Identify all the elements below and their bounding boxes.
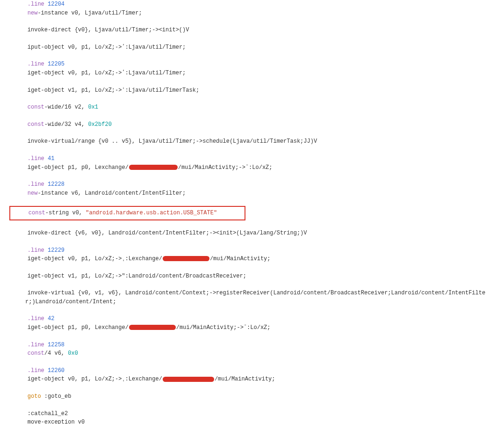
kw-line: .line (28, 315, 44, 322)
code-text: iput-object v0, p1, Lo/xZ;->ʹ:Ljava/util… (28, 44, 186, 51)
num: 12258 (48, 342, 65, 348)
blank-line (14, 263, 490, 272)
code-line: .line 12229 (14, 246, 490, 255)
code-line: iget-object p1, p0, Lexchange//mui/MainA… (14, 163, 490, 172)
code-line: goto :goto_eb (14, 392, 490, 401)
code-line: .line 12228 (14, 180, 490, 189)
code-text: /4 v6, (44, 350, 68, 357)
num: 12205 (48, 61, 65, 67)
kw-line: .line (28, 61, 44, 67)
redaction-bar (129, 165, 178, 170)
kw-line: .line (28, 181, 44, 188)
code-text: /mui/MainActivity; (215, 376, 275, 382)
code-text: iget-object p1, p0, Lexchange/ (28, 164, 129, 171)
code-line: iget-object v0, p1, Lo/xZ;->ʹ:Ljava/util… (14, 69, 490, 78)
code-line: const-wide/32 v4, 0x2bf20 (14, 120, 490, 129)
kw-const: const (28, 350, 44, 357)
code-text: :goto_eb (41, 393, 72, 400)
blank-line (14, 35, 490, 43)
blank-line (14, 172, 490, 180)
blank-line (14, 238, 490, 246)
code-line: iput-object v0, p1, Lo/xZ;->ʹ:Ljava/util… (14, 43, 490, 52)
code-text: move-exception v0 (28, 419, 85, 424)
kw-line: .line (28, 342, 44, 348)
kw-line: .line (28, 155, 44, 162)
blank-line (14, 384, 490, 392)
kw-const: const (28, 121, 44, 128)
kw-new: new (28, 190, 38, 197)
code-line: invoke-virtual/range {v0 .. v5}, Ljava/u… (14, 137, 490, 146)
code-line: invoke-virtual {v0, v1, v6}, Landroid/co… (14, 289, 490, 306)
blank-line (14, 197, 490, 206)
code-block: .line 12204 new-instance v0, Ljava/util/… (0, 0, 490, 424)
blank-line (14, 78, 490, 86)
num: 12260 (48, 367, 65, 374)
num: 0x1 (88, 104, 98, 110)
code-text: -wide/32 v4, (44, 121, 88, 128)
code-line: const-wide/16 v2, 0x1 (14, 103, 490, 112)
code-text: iget-object p1, p0, Lexchange/ (28, 324, 129, 331)
highlight-box: const-string v0, "android.hardware.usb.a… (9, 206, 245, 220)
kw-line: .line (28, 247, 44, 254)
code-line: iget-object v0, p1, Lo/xZ;->ˌ:Lexchange/… (14, 375, 490, 384)
code-text: iget-object v0, p1, Lo/xZ;->ʹ:Ljava/util… (28, 70, 186, 76)
code-text: -instance v0, Ljava/util/Timer; (37, 10, 142, 16)
kw-const: const (29, 210, 45, 216)
code-text: invoke-direct {v6, v0}, Landroid/content… (28, 230, 307, 236)
code-text: /mui/MainActivity;->ˉ:Lo/xZ; (176, 324, 271, 331)
code-line: const-string v0, "android.hardware.usb.a… (15, 209, 242, 218)
blank-line (14, 129, 490, 137)
num: 0x2bf20 (88, 121, 111, 128)
num: 12229 (48, 247, 65, 254)
code-line: new-instance v0, Ljava/util/Timer; (14, 9, 490, 18)
code-text: invoke-direct {v0}, Ljava/util/Timer;-><… (28, 27, 189, 33)
blank-line (14, 95, 490, 103)
kw-line: .line (28, 1, 44, 7)
code-line: :catchall_e2 (14, 409, 490, 418)
code-line: .line 12260 (14, 366, 490, 375)
num: 0x0 (68, 350, 78, 357)
redaction-bar (129, 325, 176, 330)
num: 12228 (48, 181, 65, 188)
code-text: -wide/16 v2, (44, 104, 88, 110)
code-line: invoke-direct {v6, v0}, Landroid/content… (14, 229, 490, 238)
kw-new: new (28, 10, 38, 16)
code-text: iget-object v1, p1, Lo/xZ;->ՙ:Ljava/util… (28, 87, 199, 94)
code-line: .line 12258 (14, 341, 490, 350)
code-line: iget-object v1, p1, Lo/xZ;->":Landroid/c… (14, 272, 490, 281)
code-text: iget-object v1, p1, Lo/xZ;->":Landroid/c… (28, 273, 246, 279)
blank-line (14, 220, 490, 229)
code-line: .line 12205 (14, 60, 490, 69)
code-text: -string v0, (45, 210, 86, 216)
kw-goto: goto (28, 393, 41, 400)
blank-line (14, 306, 490, 314)
blank-line (14, 17, 490, 26)
blank-line (14, 112, 490, 120)
code-text: iget-object v0, p1, Lo/xZ;->ˌ:Lexchange/ (28, 376, 162, 382)
num: 41 (48, 155, 54, 162)
code-text: /mui/MainActivity; (210, 256, 271, 262)
code-text: /mui/MainActivity;->ˉ:Lo/xZ; (178, 164, 273, 171)
blank-line (14, 401, 490, 409)
code-text: invoke-virtual {v0, v1, v6}, Landroid/co… (25, 290, 485, 305)
kw-const: const (28, 104, 44, 110)
code-line: .line 42 (14, 314, 490, 323)
code-text: -instance v6, Landroid/content/IntentFil… (37, 190, 186, 197)
code-line: .line 12204 (14, 0, 490, 9)
redaction-bar (163, 256, 209, 261)
blank-line (14, 280, 490, 289)
string-literal: "android.hardware.usb.action.USB_STATE" (86, 210, 217, 216)
code-line: .line 41 (14, 154, 490, 163)
blank-line (14, 146, 490, 154)
code-line: const/4 v6, 0x0 (14, 349, 490, 358)
blank-line (14, 358, 490, 366)
blank-line (14, 51, 490, 60)
code-text: :catchall_e2 (28, 410, 68, 417)
code-text: invoke-virtual/range {v0 .. v5}, Ljava/u… (28, 138, 317, 145)
code-line: iget-object v1, p1, Lo/xZ;->ՙ:Ljava/util… (14, 86, 490, 95)
code-line: invoke-direct {v0}, Ljava/util/Timer;-><… (14, 26, 490, 35)
blank-line (14, 332, 490, 341)
code-line: move-exception v0 (14, 418, 490, 424)
code-text: iget-object v0, p1, Lo/xZ;->ˌ:Lexchange/ (28, 256, 162, 262)
num: 12204 (48, 1, 65, 7)
